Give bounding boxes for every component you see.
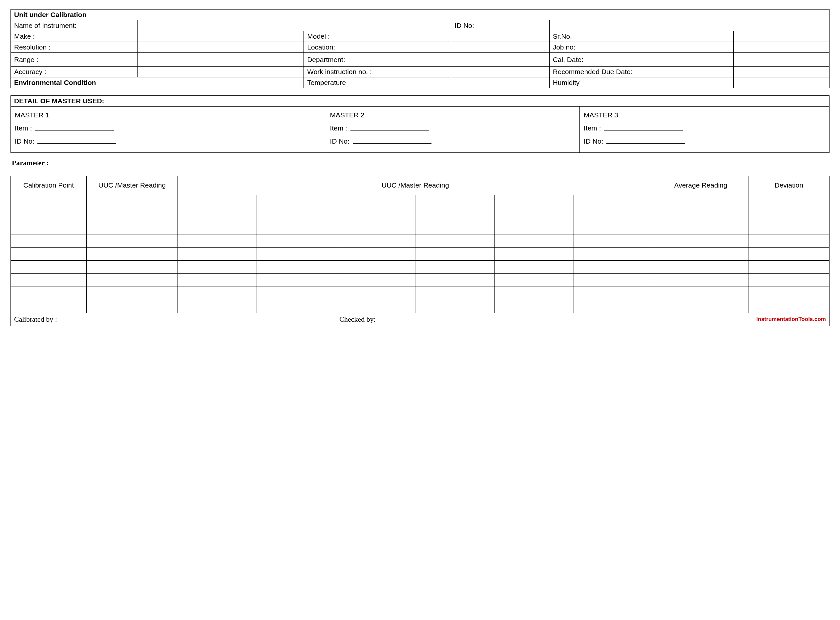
data-row [11,287,829,299]
master-3-item-value[interactable] [604,123,683,131]
data-row [11,299,829,313]
master-1-id-label: ID No: [15,137,35,145]
jobno-label: Job no: [549,42,733,53]
workinst-label: Work instruction no. : [304,66,451,77]
data-row [11,274,829,287]
temp-label: Temperature [304,77,451,88]
department-value[interactable] [451,53,549,66]
master-3-id-value[interactable] [606,137,685,144]
col-avg: Average Reading [653,176,748,195]
master-2-id-label: ID No: [330,137,350,145]
srno-value[interactable] [734,31,829,42]
department-label: Department: [304,53,451,66]
resolution-value[interactable] [137,42,303,53]
duedate-label: Recommended Due Date: [549,66,733,77]
workinst-value[interactable] [451,66,549,77]
name-value[interactable] [137,20,451,31]
duedate-value[interactable] [734,66,829,77]
accuracy-label: Accuracy : [11,66,138,77]
master-1-title: MASTER 1 [15,111,49,119]
checked-by-label: Checked by: [336,313,653,326]
id-value[interactable] [549,20,829,31]
master-2-item-label: Item : [330,124,347,132]
master-1-item-label: Item : [15,124,32,132]
master-heading: DETAIL OF MASTER USED: [11,96,829,107]
id-label: ID No: [451,20,549,31]
caldate-label: Cal. Date: [549,53,733,66]
col-calpoint: Calibration Point [11,176,87,195]
range-label: Range : [11,53,138,66]
name-label: Name of Instrument: [11,20,138,31]
accuracy-value[interactable] [137,66,303,77]
readings-table: Calibration Point UUC /Master Reading UU… [11,176,829,326]
master-3-id-label: ID No: [584,137,603,145]
location-label: Location: [304,42,451,53]
envcond-label: Environmental Condition [11,77,304,88]
col-uuc-master-wide: UUC /Master Reading [178,176,653,195]
humidity-label: Humidity [549,77,733,88]
model-value[interactable] [451,31,549,42]
temp-value[interactable] [451,77,549,88]
master-2-title: MASTER 2 [330,111,365,119]
master-3-cell: MASTER 3 Item : ID No: [580,107,829,153]
col-uuc-master: UUC /Master Reading [87,176,178,195]
data-row [11,260,829,274]
master-3-item-label: Item : [584,124,601,132]
resolution-label: Resolution : [11,42,138,53]
master-2-id-value[interactable] [353,137,431,144]
data-row [11,195,829,208]
data-row [11,221,829,234]
unit-heading: Unit under Calibration [11,9,829,20]
range-value[interactable] [137,53,303,66]
data-row [11,234,829,247]
master-2-item-value[interactable] [350,123,429,131]
make-label: Make : [11,31,138,42]
data-row [11,247,829,260]
location-value[interactable] [451,42,549,53]
master-3-title: MASTER 3 [584,111,618,119]
parameter-label: Parameter : [12,159,829,167]
master-2-cell: MASTER 2 Item : ID No: [326,107,579,153]
jobno-value[interactable] [734,42,829,53]
master-1-id-value[interactable] [38,137,116,144]
master-1-item-value[interactable] [35,123,114,131]
srno-label: Sr.No. [549,31,733,42]
data-row [11,208,829,221]
col-dev: Deviation [748,176,829,195]
caldate-value[interactable] [734,53,829,66]
calibrated-by-label: Calibrated by : [11,313,336,326]
master-1-cell: MASTER 1 Item : ID No: [11,107,326,153]
humidity-value[interactable] [734,77,829,88]
make-value[interactable] [137,31,303,42]
model-label: Model : [304,31,451,42]
unit-table: Unit under Calibration Name of Instrumen… [11,9,829,88]
source-link[interactable]: InstrumentationTools.com [653,313,829,326]
master-table: DETAIL OF MASTER USED: MASTER 1 Item : I… [11,95,829,153]
